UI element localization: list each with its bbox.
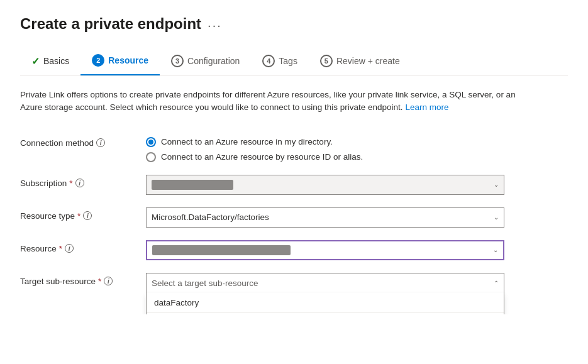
target-sub-resource-dropdown[interactable]: Select a target sub-resource ⌃ xyxy=(146,273,504,293)
dropdown-item-datafactory[interactable]: dataFactory xyxy=(147,293,504,313)
step-configuration-circle: 3 xyxy=(171,55,184,67)
resource-type-info-icon[interactable]: i xyxy=(83,211,92,220)
resource-type-dropdown[interactable]: Microsoft.DataFactory/factories ⌄ xyxy=(146,207,504,228)
step-tags[interactable]: 4 Tags xyxy=(251,48,309,75)
resource-info-icon[interactable]: i xyxy=(65,244,74,253)
target-sub-resource-row: Target sub-resource * i Select a target … xyxy=(20,267,568,299)
resource-control: ⌄ xyxy=(146,240,504,260)
step-configuration-label: Configuration xyxy=(187,56,240,66)
step-basics-label: Basics xyxy=(43,56,69,66)
section-description: Private Link offers options to create pr… xyxy=(20,89,536,114)
step-tags-label: Tags xyxy=(279,56,297,66)
target-sub-resource-dropdown-list: dataFactory portal xyxy=(146,293,504,314)
connection-method-label: Connection method i xyxy=(20,135,146,148)
subscription-control: ⌄ xyxy=(146,175,504,195)
target-sub-resource-chevron-icon: ⌃ xyxy=(494,280,499,287)
radio-option-directory[interactable]: Connect to an Azure resource in my direc… xyxy=(146,137,504,147)
connection-method-row: Connection method i Connect to an Azure … xyxy=(20,128,568,168)
target-sub-resource-control: Select a target sub-resource ⌃ dataFacto… xyxy=(146,273,504,293)
step-resource-circle: 2 xyxy=(92,54,104,67)
resource-form: Connection method i Connect to an Azure … xyxy=(20,128,568,299)
target-sub-resource-required: * xyxy=(98,277,101,286)
resource-row: Resource * i ⌄ xyxy=(20,234,568,267)
ellipsis-menu-button[interactable]: ··· xyxy=(208,18,222,33)
radio-directory-label: Connect to an Azure resource in my direc… xyxy=(161,137,333,146)
step-resource-label: Resource xyxy=(108,55,148,65)
resource-value xyxy=(152,245,291,255)
resource-dropdown[interactable]: ⌄ xyxy=(146,240,504,260)
target-sub-resource-placeholder: Select a target sub-resource xyxy=(152,279,258,288)
radio-resource-id-input[interactable] xyxy=(146,152,156,162)
subscription-info-icon[interactable]: i xyxy=(75,179,84,187)
step-review-circle: 5 xyxy=(320,55,333,67)
resource-type-row: Resource type * i Microsoft.DataFactory/… xyxy=(20,201,568,234)
subscription-label: Subscription * i xyxy=(20,175,146,188)
step-configuration[interactable]: 3 Configuration xyxy=(160,48,251,75)
connection-method-info-icon[interactable]: i xyxy=(96,138,105,147)
target-sub-resource-label: Target sub-resource * i xyxy=(20,273,146,286)
wizard-steps: ✓ Basics 2 Resource 3 Configuration 4 Ta… xyxy=(20,48,568,76)
resource-type-control: Microsoft.DataFactory/factories ⌄ xyxy=(146,207,504,228)
resource-type-value: Microsoft.DataFactory/factories xyxy=(152,212,269,222)
radio-option-resource-id[interactable]: Connect to an Azure resource by resource… xyxy=(146,152,504,162)
radio-directory-input[interactable] xyxy=(146,137,156,147)
resource-required: * xyxy=(59,244,62,253)
resource-type-label: Resource type * i xyxy=(20,207,146,221)
subscription-dropdown[interactable]: ⌄ xyxy=(146,175,504,195)
resource-chevron-icon: ⌄ xyxy=(493,246,498,253)
radio-resource-id-label: Connect to an Azure resource by resource… xyxy=(161,152,363,162)
connection-method-radio-group: Connect to an Azure resource in my direc… xyxy=(146,135,504,162)
step-basics[interactable]: ✓ Basics xyxy=(20,49,80,75)
subscription-row: Subscription * i ⌄ xyxy=(20,168,568,201)
page-title: Create a private endpoint xyxy=(20,15,201,33)
resource-field-label: Resource * i xyxy=(20,240,146,253)
subscription-value xyxy=(152,180,233,190)
resource-type-required: * xyxy=(77,211,80,221)
connection-method-control: Connect to an Azure resource in my direc… xyxy=(146,135,504,162)
subscription-chevron-icon: ⌄ xyxy=(494,181,499,188)
step-review[interactable]: 5 Review + create xyxy=(309,48,411,75)
learn-more-link[interactable]: Learn more xyxy=(405,102,448,112)
step-tags-circle: 4 xyxy=(262,55,275,67)
resource-type-chevron-icon: ⌄ xyxy=(494,214,499,221)
step-basics-check: ✓ xyxy=(31,55,40,67)
step-resource[interactable]: 2 Resource xyxy=(80,48,160,75)
target-sub-resource-info-icon[interactable]: i xyxy=(104,277,113,285)
subscription-required: * xyxy=(69,179,72,188)
step-review-label: Review + create xyxy=(336,56,400,66)
